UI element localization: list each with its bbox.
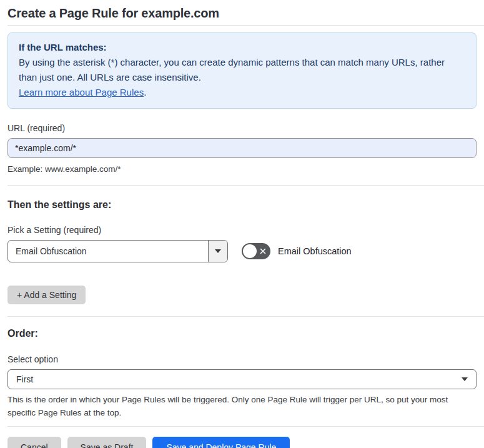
save-and-deploy-button[interactable]: Save and Deploy Page Rule	[152, 437, 290, 448]
dropdown-arrow-button[interactable]	[208, 241, 227, 262]
order-select[interactable]: First	[7, 369, 477, 389]
divider	[7, 426, 484, 427]
info-box-body: By using the asterisk (*) character, you…	[19, 55, 465, 85]
create-page-rule-form: Create a Page Rule for example.com If th…	[0, 0, 484, 448]
url-input[interactable]	[7, 138, 477, 158]
info-box-heading: If the URL matches:	[19, 40, 465, 55]
chevron-down-icon	[215, 249, 221, 253]
divider	[7, 316, 484, 317]
pick-setting-label: Pick a Setting (required)	[7, 225, 477, 235]
add-setting-button[interactable]: + Add a Setting	[7, 286, 86, 304]
settings-section-heading: Then the settings are:	[7, 199, 477, 211]
setting-select-value: Email Obfuscation	[8, 241, 208, 262]
divider	[7, 185, 484, 186]
footer-actions: Cancel Save as Draft Save and Deploy Pag…	[7, 437, 477, 448]
setting-select[interactable]: Email Obfuscation	[7, 240, 228, 262]
email-obfuscation-toggle[interactable]	[242, 243, 270, 259]
link-period: .	[144, 87, 146, 97]
toggle-knob	[243, 244, 257, 258]
toggle-label: Email Obfuscation	[278, 246, 352, 256]
info-box-link-line: Learn more about Page Rules.	[19, 85, 465, 100]
url-example-helper: Example: www.example.com/*	[7, 162, 477, 176]
order-helper-text: This is the order in which your Page Rul…	[7, 393, 477, 419]
divider	[7, 25, 484, 26]
setting-row: Email Obfuscation Email Obfuscation	[7, 240, 477, 262]
page-title: Create a Page Rule for example.com	[7, 0, 477, 21]
order-select-value: First	[16, 374, 33, 384]
cancel-button[interactable]: Cancel	[7, 437, 61, 448]
url-match-info-box: If the URL matches: By using the asteris…	[7, 32, 477, 109]
toggle-x-icon	[259, 247, 267, 256]
save-as-draft-button[interactable]: Save as Draft	[67, 437, 147, 448]
url-label: URL (required)	[7, 123, 477, 133]
learn-more-link[interactable]: Learn more about Page Rules	[19, 87, 144, 97]
chevron-down-icon	[462, 377, 468, 381]
order-select-label: Select option	[7, 354, 477, 364]
order-section-heading: Order:	[7, 328, 477, 339]
